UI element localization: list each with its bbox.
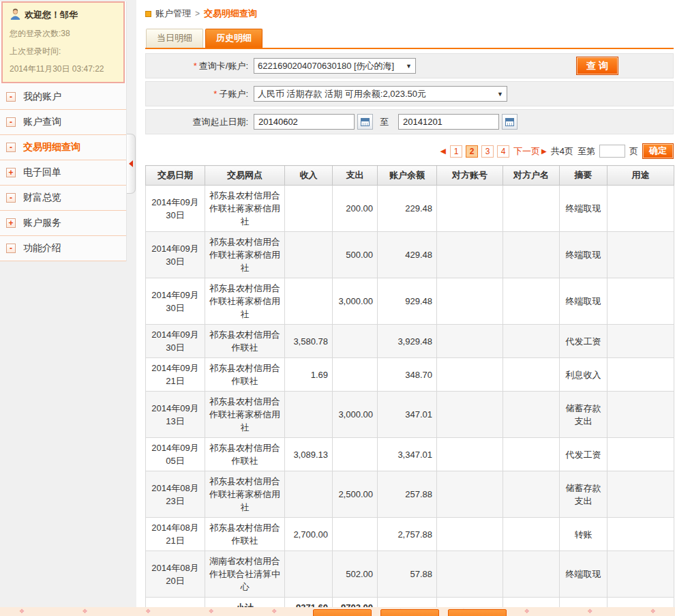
- cell-date: 2014年08月20日: [146, 551, 205, 598]
- sidebar-item-1[interactable]: -账户查询: [0, 110, 126, 135]
- cell-counterparty_account: [437, 518, 503, 551]
- cell-balance: 3,347.01: [378, 438, 437, 471]
- last-login-time: 2014年11月30日 03:47:22: [10, 63, 117, 75]
- diamond-motif-icon: ❖: [82, 607, 88, 616]
- cell-branch: 祁东县农村信用合作联社蒋家桥信用社: [205, 392, 285, 438]
- table-row: 2014年09月30日祁东县农村信用合作联社蒋家桥信用社500.00429.48…: [146, 232, 674, 278]
- page: 欢迎您！邹华 您的登录次数:38 上次登录时间: 2014年11月30日 03:…: [0, 0, 675, 616]
- column-header: 摘要: [560, 166, 608, 186]
- query-button[interactable]: 查 询: [576, 57, 618, 75]
- column-header: 对方户名: [503, 166, 560, 186]
- sidebar-item-5[interactable]: +账户服务: [0, 211, 126, 236]
- expand-minus-icon[interactable]: -: [6, 244, 16, 253]
- cell-counterparty_account: [437, 186, 503, 232]
- breadcrumb-parent[interactable]: 账户管理: [155, 8, 191, 20]
- total-pages-label: 共4页: [551, 145, 573, 158]
- cell-summary: 终端取现: [560, 232, 608, 278]
- cell-income: [285, 278, 333, 325]
- cell-balance: 347.01: [378, 392, 437, 438]
- cell-branch: 祁东县农村信用合作联社蒋家桥信用社: [205, 186, 285, 232]
- cell-balance: 929.48: [378, 278, 437, 325]
- cell-income: 2,700.00: [285, 518, 333, 551]
- cell-expense: [333, 358, 378, 392]
- sidebar-item-label: 功能介绍: [23, 242, 61, 254]
- sidebar-item-6[interactable]: -功能介绍: [0, 236, 126, 261]
- card-account-row: *查询卡/账户: 6221690204070630180 [伤心的海] ▼ 查 …: [145, 53, 674, 78]
- expand-minus-icon[interactable]: -: [6, 193, 16, 203]
- welcome-greeting: 欢迎您！邹华: [25, 9, 78, 21]
- page-number-2[interactable]: 2: [466, 145, 478, 158]
- sidebar-item-0[interactable]: -我的账户: [0, 85, 126, 110]
- goto-confirm-button[interactable]: 确定: [642, 143, 674, 159]
- date-to-input[interactable]: [398, 114, 499, 130]
- card-account-label: *查询卡/账户:: [146, 60, 248, 72]
- breadcrumb-current: 交易明细查询: [204, 8, 257, 20]
- cell-counterparty_account: [437, 232, 503, 278]
- cell-expense: 3,000.00: [333, 278, 378, 325]
- bottom-button[interactable]: [448, 609, 507, 616]
- cell-summary: 终端取现: [560, 186, 608, 232]
- tab-today-detail[interactable]: 当日明细: [146, 29, 203, 48]
- table-row: 2014年08月23日祁东县农村信用合作联社蒋家桥信用社2,500.00257.…: [146, 471, 674, 518]
- cell-date: 2014年08月23日: [146, 471, 205, 518]
- date-to-calendar-button[interactable]: [502, 114, 518, 130]
- user-avatar-icon: [10, 8, 21, 22]
- cell-summary: 代发工资: [560, 325, 608, 358]
- bottom-buttons-row: [145, 609, 674, 616]
- diamond-motif-icon: ❖: [19, 607, 25, 616]
- cell-summary: 储蓄存款支出: [560, 471, 608, 518]
- sidebar-item-4[interactable]: -财富总览: [0, 186, 126, 211]
- expand-minus-icon[interactable]: -: [6, 117, 16, 127]
- expand-minus-icon[interactable]: -: [6, 92, 16, 102]
- cell-counterparty_name: [503, 186, 560, 232]
- card-account-select[interactable]: 6221690204070630180 [伤心的海] ▼: [254, 58, 416, 74]
- sidebar-item-label: 交易明细查询: [23, 141, 80, 153]
- cell-branch: 祁东县农村信用合作联社蒋家桥信用社: [205, 278, 285, 325]
- table-row: 2014年09月30日祁东县农村信用合作联社蒋家桥信用社3,000.00929.…: [146, 278, 674, 325]
- cell-purpose: [608, 518, 674, 551]
- expand-plus-icon[interactable]: +: [6, 168, 16, 177]
- cell-purpose: [608, 278, 674, 325]
- sidebar-item-2[interactable]: -交易明细查询: [0, 135, 126, 160]
- date-from-input[interactable]: [254, 114, 355, 130]
- sidebar-item-3[interactable]: +电子回单: [0, 160, 126, 186]
- cell-income: 1.69: [285, 358, 333, 392]
- cell-counterparty_name: [503, 551, 560, 598]
- cell-expense: 2,500.00: [333, 471, 378, 518]
- expand-minus-icon[interactable]: -: [6, 143, 16, 152]
- date-from-calendar-button[interactable]: [357, 114, 373, 130]
- sidebar-collapse-handle[interactable]: [127, 134, 136, 194]
- date-range-row: 查询起止日期: 至: [145, 109, 674, 134]
- cell-date: 2014年09月05日: [146, 438, 205, 471]
- expand-plus-icon[interactable]: +: [6, 218, 16, 228]
- next-page-link[interactable]: 下一页 ▶: [513, 145, 547, 158]
- transaction-table: 交易日期交易网点收入支出账户余额对方账号对方户名摘要用途 2014年09月30日…: [145, 165, 674, 616]
- cell-counterparty_name: [503, 518, 560, 551]
- subaccount-select[interactable]: 人民币 活期存款 活期 可用余额:2,023.50元 ▼: [254, 86, 507, 102]
- cell-counterparty_name: [503, 471, 560, 518]
- column-header: 对方账号: [437, 166, 503, 186]
- cell-expense: 502.00: [333, 551, 378, 598]
- sidebar-item-label: 账户查询: [23, 116, 61, 128]
- page-number-1[interactable]: 1: [450, 145, 462, 158]
- required-asterisk: *: [194, 61, 197, 71]
- subaccount-label: *子账户:: [146, 88, 248, 100]
- cell-summary: 转账: [560, 518, 608, 551]
- cell-date: 2014年09月30日: [146, 186, 205, 232]
- table-row: 2014年09月13日祁东县农村信用合作联社蒋家桥信用社3,000.00347.…: [146, 392, 674, 438]
- cell-income: [285, 471, 333, 518]
- cell-counterparty_name: [503, 358, 560, 392]
- bottom-button[interactable]: [313, 609, 372, 616]
- table-row: 2014年09月30日祁东县农村信用合作联社3,580.783,929.48代发…: [146, 325, 674, 358]
- goto-page-input[interactable]: [599, 145, 625, 158]
- bottom-button[interactable]: [380, 609, 439, 616]
- cell-income: 3,580.78: [285, 325, 333, 358]
- page-number-3[interactable]: 3: [481, 145, 494, 158]
- sidebar-item-label: 我的账户: [23, 91, 61, 103]
- cell-branch: 祁东县农村信用合作联社: [205, 325, 285, 358]
- prev-page-arrow-icon[interactable]: ◀: [440, 147, 446, 156]
- tab-history-detail[interactable]: 历史明细: [205, 29, 262, 48]
- page-number-4[interactable]: 4: [497, 145, 509, 158]
- breadcrumb: 账户管理 > 交易明细查询: [145, 8, 674, 20]
- cell-date: 2014年09月13日: [146, 392, 205, 438]
